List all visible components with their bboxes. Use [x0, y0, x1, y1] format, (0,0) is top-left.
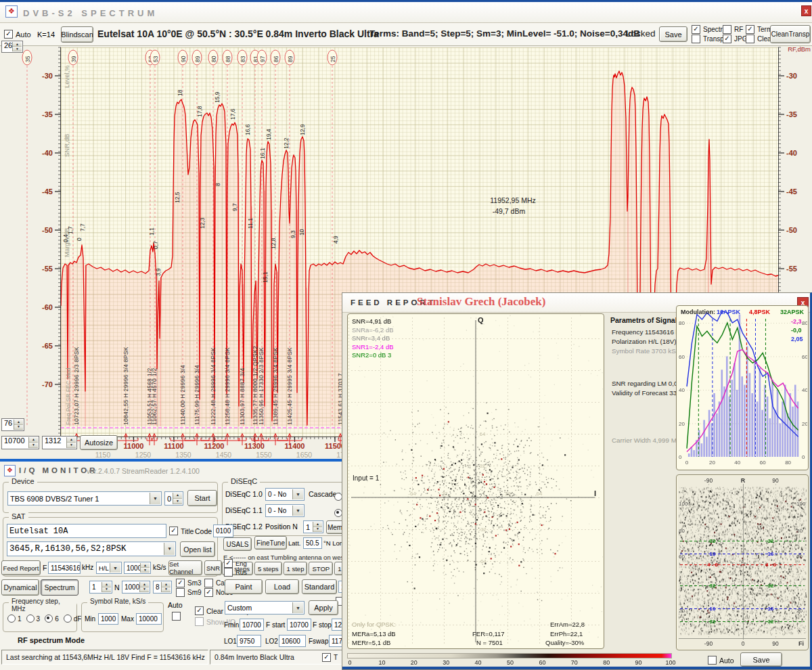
sm3-checkbox[interactable]: ✓Sm3: [176, 579, 202, 587]
sm9-checkbox[interactable]: Sm9: [176, 588, 202, 597]
freq-step-radio-1[interactable]: 1: [7, 615, 22, 623]
svg-text:17,8: 17,8: [196, 106, 203, 117]
span-spinner[interactable]: 1312▲▼: [42, 436, 77, 449]
freq-step-radio-3[interactable]: 3: [26, 615, 41, 623]
svg-text:-70: -70: [42, 380, 53, 388]
svg-text:10: 10: [298, 229, 305, 236]
param-polarization: Polarization H/L (18V): [612, 338, 676, 345]
svg-text:15,1: 15,1: [262, 271, 269, 283]
modulation-chart-canvas: [677, 307, 807, 469]
standard-button[interactable]: Standard: [302, 579, 337, 594]
svg-text:16,6: 16,6: [244, 124, 251, 135]
param-validity: Validity of Forecast 33 %: [612, 389, 685, 397]
svg-text:1,7: 1,7: [67, 226, 74, 234]
diseqc11-select[interactable]: 0 - No▼: [265, 504, 304, 517]
stat-quality: Quality=-30%: [545, 639, 584, 646]
svg-text:11350,96 H 17330 2/3 8PSK: 11350,96 H 17330 2/3 8PSK: [258, 347, 265, 425]
position-spinner[interactable]: 1▲▼: [303, 520, 323, 533]
iq-version: ver.2.4.0.7 StreamReader 1.2.4.100: [87, 467, 200, 475]
spectrum-button[interactable]: Spectrum: [41, 579, 78, 596]
iq-monitor-window: ❖ I/Q MONITOR ver.2.4.0.7 StreamReader 1…: [0, 459, 344, 670]
svg-text:89: 89: [287, 55, 294, 62]
freq-step-radio-6[interactable]: 6: [45, 615, 59, 623]
finetune-button[interactable]: FineTune: [254, 536, 287, 550]
svg-text:11062,57 H 4570 1/2: 11062,57 H 4570 1/2: [151, 368, 158, 425]
antenna-step-button[interactable]: STOP: [309, 562, 333, 575]
svg-text:1,1: 1,1: [148, 227, 155, 236]
status-t-checkbox[interactable]: ✓T: [322, 653, 338, 662]
eng-checkbox[interactable]: ✓Eng: [224, 559, 247, 568]
start-button[interactable]: Start: [187, 490, 217, 506]
start-freq-spinner[interactable]: 10700▲▼: [1, 436, 39, 449]
svg-text:-35: -35: [42, 110, 53, 118]
latt-field[interactable]: 50.5: [303, 537, 322, 549]
svg-text:1150: 1150: [95, 451, 111, 459]
svg-text:-30: -30: [42, 72, 53, 80]
quality-scale-tick: 0: [343, 659, 357, 666]
rus-checkbox[interactable]: Rus: [224, 568, 247, 577]
svg-text:1550: 1550: [256, 451, 272, 459]
feed-report-button[interactable]: Feed Report: [1, 560, 41, 575]
lo2-field[interactable]: 10600: [279, 635, 306, 647]
svg-text:86: 86: [273, 55, 279, 62]
usals-button[interactable]: USALS: [223, 537, 252, 551]
lo1-label: LO1: [224, 638, 237, 645]
svg-text:89: 89: [194, 55, 201, 62]
max-field[interactable]: 10000: [136, 613, 162, 625]
feed-bottom-frame: [342, 667, 812, 670]
svg-text:16,1: 16,1: [259, 148, 266, 159]
fi-auto-label: Auto: [719, 656, 734, 665]
dynamical-button[interactable]: Dynamical: [1, 579, 39, 596]
gain-spinner[interactable]: 26▲▼: [1, 41, 23, 53]
kss-label: kS/s: [153, 564, 166, 571]
min-field[interactable]: 1000: [98, 613, 118, 625]
param-symbolrate: Symbol Rate 3703 kS/s: [612, 347, 681, 355]
lo1-field[interactable]: 9750: [237, 635, 261, 647]
feed-report-window: FEED REPORT Stanislav Grech (Jacobek) x …: [342, 292, 812, 670]
auto-sr-checkbox[interactable]: [172, 612, 181, 621]
svg-text:-50: -50: [786, 226, 797, 234]
paint-button[interactable]: Paint: [225, 579, 263, 594]
level-spinner[interactable]: 76▲▼: [1, 418, 24, 431]
title-checkbox[interactable]: ✓Title: [169, 527, 194, 535]
q-axis-label: Q: [478, 316, 484, 324]
svg-text:10842,55 H 29996 3/4 8PSK: 10842,55 H 29996 3/4 8PSK: [122, 347, 129, 425]
fi-save-button[interactable]: Save: [740, 652, 782, 667]
count-spinner[interactable]: 1000▲▼: [122, 581, 150, 594]
fi-auto-checkbox[interactable]: Auto: [708, 656, 734, 665]
depth-spinner[interactable]: 8▲▼: [153, 581, 172, 594]
n-spinner[interactable]: 1▲▼: [89, 581, 112, 594]
set-channel-button[interactable]: Set Channel: [168, 560, 202, 575]
freq-step-label: Frequency step, MHz: [9, 598, 76, 612]
device-index-spinner[interactable]: 0▲▼: [164, 491, 183, 506]
symbolrate-spinner[interactable]: 1000▲▼: [124, 562, 151, 574]
custom-select[interactable]: Custom▼: [225, 601, 304, 615]
code-field[interactable]: 0100: [213, 524, 233, 537]
quality-scale-tick: 40: [472, 659, 485, 666]
svg-text:1250: 1250: [135, 451, 152, 459]
device-select[interactable]: TBS 6908 DVBS/2 Tuner 1▼: [7, 491, 162, 506]
fstart-field[interactable]: 10700: [287, 619, 311, 631]
status-bar-antenna: 0.84m Inverto Black Ultra ✓T: [210, 650, 342, 665]
svg-text:7,7: 7,7: [79, 223, 86, 231]
snr-button[interactable]: SNR: [204, 560, 222, 575]
svg-text:97: 97: [259, 55, 266, 62]
antenna-step-button[interactable]: 5 steps: [254, 562, 282, 575]
fmin-field[interactable]: 10700: [240, 619, 264, 631]
title-cb-label: Title: [181, 527, 194, 535]
open-list-button[interactable]: Open list: [180, 541, 215, 557]
svg-text:9,3: 9,3: [290, 230, 296, 238]
antenna-step-button[interactable]: 1 step: [284, 562, 308, 575]
autosize-button[interactable]: Autosize: [80, 435, 118, 450]
svg-text:11200: 11200: [204, 442, 225, 450]
apply-button[interactable]: Apply: [309, 600, 338, 615]
sat-name-field[interactable]: Eutelsat 10A: [7, 524, 166, 538]
polarity-select[interactable]: H/L 1▼: [96, 562, 122, 574]
transponder-select[interactable]: 3645,R,16130,56,S2;8PSK▼: [7, 541, 176, 556]
freq-step-radio-dF[interactable]: dF: [64, 615, 82, 623]
load-button[interactable]: Load: [265, 579, 299, 594]
svg-text:3,9: 3,9: [155, 268, 162, 276]
frequency-field[interactable]: 11543616: [48, 562, 81, 574]
diseqc10-select[interactable]: 0 - No▼: [265, 488, 304, 501]
snr-line: SNR=4,91 dB: [352, 317, 394, 326]
